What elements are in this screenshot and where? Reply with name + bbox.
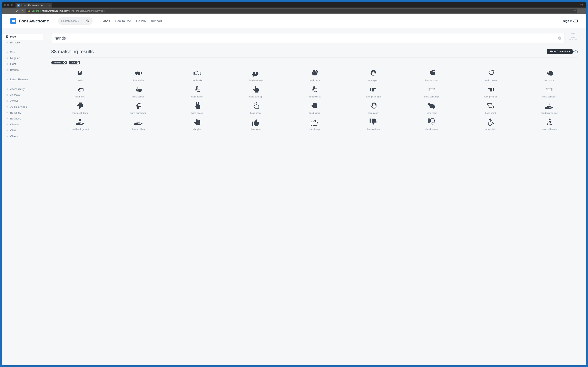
icon-search-input[interactable]: hands ✕	[51, 33, 565, 43]
show-cheatsheet-button[interactable]: Show Cheatsheet	[547, 49, 572, 54]
sidebar-item-buildings[interactable]: Buildings	[2, 110, 43, 116]
icon-cell-hand-holding[interactable]: hand-holding	[110, 118, 167, 131]
icon-cell-hands[interactable]: hands	[51, 69, 108, 82]
star-icon[interactable]: ☆	[573, 9, 576, 12]
icon-cell-accessible-icon[interactable]: accessible-icon	[521, 118, 578, 131]
nav-support[interactable]: Support	[151, 19, 162, 23]
icon-label: hand-pointer	[191, 95, 203, 98]
sidebar-item-brands[interactable]: Brands	[2, 67, 43, 73]
chip-free[interactable]: Free✕	[69, 61, 80, 64]
close-icon[interactable]: ×	[49, 4, 51, 7]
handshake-icon	[133, 69, 144, 77]
icon-cell-hand-pointer[interactable]: hand-pointer	[169, 85, 226, 98]
sidebar-item-chat[interactable]: Chat	[2, 127, 43, 133]
icon-cell-hand-scissors[interactable]: hand-scissors	[462, 69, 519, 82]
hand-spock-icon	[309, 69, 320, 77]
browser-tab[interactable]: Icons | Font Awesome ×	[16, 3, 52, 8]
icon-cell-wheelchair[interactable]: wheelchair	[462, 118, 519, 131]
icon-cell-hands-helping[interactable]: hands-helping	[227, 69, 284, 82]
chip-hands[interactable]: "hands"✕	[51, 61, 67, 64]
clear-icon[interactable]: ✕	[558, 36, 561, 40]
sidebar-item-free[interactable]: Free	[2, 34, 43, 40]
icon-label: allergies	[193, 128, 201, 131]
icon-label: hand-lizard	[485, 112, 496, 114]
icon-cell-hand-lizard[interactable]: hand-lizard	[403, 101, 460, 114]
sidebar-item-regular[interactable]: Regular	[2, 55, 43, 61]
forward-icon[interactable]: →	[10, 9, 13, 12]
icon-cell-thumbs-down[interactable]: thumbs-down	[403, 118, 460, 131]
icon-cell-hand-holding-heart[interactable]: hand-holding-heart	[51, 118, 108, 131]
sidebar-item-solid[interactable]: Solid	[2, 49, 43, 55]
sidebar-item-pro-only[interactable]: Pro Only	[2, 40, 43, 45]
sidebar-item-light[interactable]: Light	[2, 61, 43, 67]
icon-cell-hand-paper[interactable]: hand-paper	[345, 101, 402, 114]
remove-icon[interactable]: ✕	[77, 61, 79, 64]
icon-cell-hand-pointer[interactable]: hand-pointer	[110, 85, 167, 98]
nav-how-to-use[interactable]: How to Use	[115, 19, 131, 23]
sidebar-item-animals[interactable]: Animals	[2, 92, 43, 98]
icon-cell-thumbs-up[interactable]: thumbs-up	[227, 118, 284, 131]
icon-label: thumbs-up	[310, 128, 320, 131]
site-header: Font Awesome Search icons... 🔍 Icons How…	[2, 14, 586, 28]
icon-cell-hand-point-left[interactable]: hand-point-left	[462, 85, 519, 98]
icon-cell-hand-point-up[interactable]: hand-point-up	[286, 85, 343, 98]
hand-paper-icon	[309, 101, 320, 110]
icon-cell-hand-holding-usd[interactable]: hand-holding-usd	[521, 101, 578, 114]
hands-icon	[74, 69, 86, 77]
signin-button[interactable]: Sign In	[563, 19, 578, 23]
icon-cell-hand-point-down[interactable]: hand-point-down	[51, 101, 108, 114]
icon-cell-hand-spock[interactable]: hand-spock	[345, 69, 402, 82]
home-icon[interactable]: ⌂	[21, 9, 24, 12]
icon-cell-hand-rock[interactable]: hand-rock	[521, 69, 578, 82]
sidebar-item-charity[interactable]: Charity	[2, 122, 43, 127]
reload-icon[interactable]: ⟳	[16, 9, 18, 12]
icon-cell-hand-spock[interactable]: hand-spock	[286, 69, 343, 82]
sidebar-item-latest[interactable]: Latest Release	[2, 76, 43, 82]
sidebar-item-business[interactable]: Business	[2, 116, 43, 122]
signin-icon	[574, 20, 578, 22]
icon-cell-hand-lizard[interactable]: hand-lizard	[462, 101, 519, 114]
icon-cell-hand-paper[interactable]: hand-paper	[286, 101, 343, 114]
icon-cell-hand-point-up[interactable]: hand-point-up	[227, 85, 284, 98]
header-search-input[interactable]: Search icons... 🔍	[58, 17, 93, 25]
icon-label: hand-spock	[368, 79, 379, 82]
hand-point-right-icon	[367, 85, 379, 94]
hand-point-up-icon	[250, 85, 261, 94]
icon-label: hand-paper	[368, 112, 379, 114]
sidebar-item-chess[interactable]: Chess	[2, 133, 43, 139]
info-icon[interactable]: i	[575, 50, 578, 53]
icon-cell-hand-point-down[interactable]: hand-point-down	[110, 101, 167, 114]
icon-label: hand-holding-usd	[541, 112, 558, 114]
icon-cell-hand-point-right[interactable]: hand-point-right	[345, 85, 402, 98]
hand-point-right-icon	[426, 85, 438, 94]
thumbs-down-icon	[426, 118, 438, 126]
icon-cell-hand-rock[interactable]: hand-rock	[51, 85, 108, 98]
icon-cell-handshake[interactable]: handshake	[110, 69, 167, 82]
window-controls[interactable]	[4, 4, 13, 6]
icon-cell-hand-scissors[interactable]: hand-scissors	[403, 69, 460, 82]
icon-cell-allergies[interactable]: allergies	[169, 118, 226, 131]
back-icon[interactable]: ←	[4, 9, 7, 12]
icon-cell-handshake[interactable]: handshake	[169, 69, 226, 82]
icon-cell-hand-point-left[interactable]: hand-point-left	[521, 85, 578, 98]
menu-icon[interactable]: ⋮	[579, 9, 584, 12]
search-icon: 🔍	[86, 19, 89, 22]
icon-cell-hand-peace[interactable]: hand-peace	[169, 101, 226, 114]
hand-peace-icon	[191, 101, 203, 110]
nav-go-pro[interactable]: Go Pro	[136, 19, 146, 23]
allergies-icon	[191, 118, 203, 126]
sidebar-item-audio-video[interactable]: Audio & Video	[2, 104, 43, 110]
icon-cell-thumbs-up[interactable]: thumbs-up	[286, 118, 343, 131]
hand-holding-heart-icon	[74, 118, 86, 126]
logo-text: Font Awesome	[19, 18, 49, 24]
sidebar-item-accessibility[interactable]: Accessibility	[2, 86, 43, 92]
icon-cell-hand-peace[interactable]: hand-peace	[227, 101, 284, 114]
sidebar-item-arrows[interactable]: Arrows	[2, 98, 43, 104]
icon-cell-thumbs-down[interactable]: thumbs-down	[345, 118, 402, 131]
icon-cell-hand-point-right[interactable]: hand-point-right	[403, 85, 460, 98]
nav-icons[interactable]: Icons	[103, 19, 110, 23]
logo[interactable]: Font Awesome	[10, 18, 49, 24]
remove-icon[interactable]: ✕	[63, 61, 66, 64]
address-bar[interactable]: 🔒 Secure | https://fontawesome.com/icons…	[26, 8, 577, 13]
hand-spock-icon	[367, 69, 379, 77]
